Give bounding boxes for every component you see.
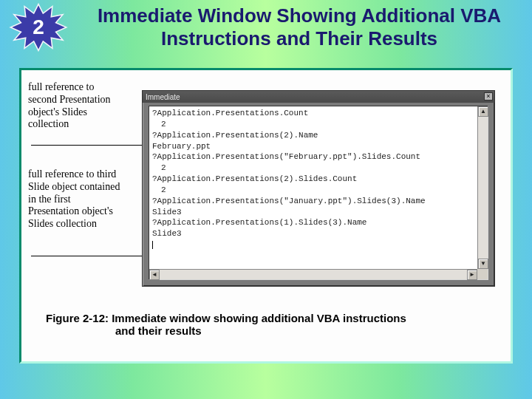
immediate-window-title: Immediate <box>146 93 180 101</box>
figure-caption-line1: Immediate window showing additional VBA … <box>109 312 406 324</box>
vertical-scrollbar[interactable]: ▲ ▼ <box>477 106 488 269</box>
scroll-right-icon[interactable]: ► <box>467 270 477 280</box>
annotation-third-slide: full reference to third Slide object con… <box>28 168 121 231</box>
chapter-burst-badge: 2 <box>9 3 68 52</box>
figure-caption: Figure 2-12: Immediate window showing ad… <box>46 312 474 337</box>
figure-label: Figure 2-12: <box>46 312 109 324</box>
immediate-window-body[interactable]: ?Application.Presentations.Count2?Applic… <box>149 106 488 280</box>
scroll-down-icon[interactable]: ▼ <box>478 259 488 269</box>
scroll-left-icon[interactable]: ◄ <box>149 270 160 280</box>
scroll-track[interactable] <box>160 270 467 279</box>
immediate-window-text[interactable]: ?Application.Presentations.Count2?Applic… <box>152 108 477 269</box>
figure-caption-line2: and their results <box>46 324 202 337</box>
immediate-window-titlebar[interactable]: Immediate × <box>143 91 494 103</box>
immediate-window: Immediate × ?Application.Presentations.C… <box>142 90 495 287</box>
annotation-second-presentation: full reference to second Presentation ob… <box>28 81 117 131</box>
chapter-number: 2 <box>9 3 68 52</box>
horizontal-scrollbar[interactable]: ◄ ► <box>149 269 477 279</box>
scroll-up-icon[interactable]: ▲ <box>478 106 488 117</box>
scroll-corner <box>477 269 488 279</box>
scroll-track[interactable] <box>478 117 488 259</box>
close-icon[interactable]: × <box>484 92 493 100</box>
slide-title: Immediate Window Showing Additional VBA … <box>81 4 517 50</box>
